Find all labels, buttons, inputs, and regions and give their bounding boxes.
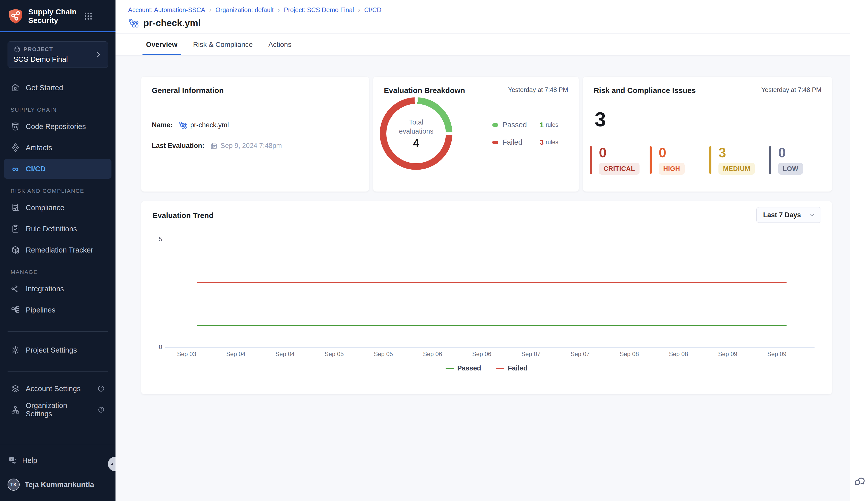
- chat-bubbles-icon[interactable]: [854, 474, 866, 487]
- severity-low: 0 LOW: [769, 146, 829, 175]
- project-cube-icon: [13, 46, 21, 53]
- sidebar-item-label: CI/CD: [26, 165, 46, 173]
- x-axis-tick-label: Sep 09: [718, 351, 738, 358]
- sidebar-item-remediation-tracker[interactable]: Remediation Tracker: [4, 240, 112, 260]
- card-title: General Information: [152, 86, 358, 95]
- compliance-doc-icon: [11, 203, 20, 212]
- sidebar-item-pipelines[interactable]: Pipelines: [4, 300, 112, 320]
- severity-medium: 3 MEDIUM: [709, 146, 769, 175]
- legend-item-passed[interactable]: Passed: [446, 364, 481, 372]
- user-menu[interactable]: TK Teja Kummarikuntla: [8, 476, 108, 493]
- severity-critical: 0 CRITICAL: [590, 146, 650, 175]
- breadcrumb-cicd[interactable]: CI/CD: [364, 6, 381, 14]
- sidebar-item-label: Compliance: [26, 204, 64, 212]
- total-issues-count: 3: [595, 109, 832, 129]
- evaluation-breakdown-card: Evaluation Breakdown Yesterday at 7:48 P…: [373, 77, 579, 192]
- breadcrumb-project[interactable]: Project: SCS Demo Final: [284, 6, 354, 14]
- gear-icon: [11, 345, 20, 355]
- breadcrumb-separator: ›: [358, 6, 360, 14]
- sidebar-item-get-started[interactable]: Get Started: [4, 78, 112, 97]
- main-area: Account: Automation-SSCA › Organization:…: [115, 0, 850, 501]
- sidebar: Supply Chain Security PROJECT SCS Demo F…: [0, 0, 115, 501]
- tab-actions[interactable]: Actions: [267, 34, 293, 55]
- trend-legend: PassedFailed: [141, 364, 832, 372]
- section-supply-chain: SUPPLY CHAIN: [11, 107, 112, 113]
- sidebar-item-project-settings[interactable]: Project Settings: [4, 340, 112, 360]
- sidebar-item-integrations[interactable]: Integrations: [4, 279, 112, 299]
- sidebar-divider: [8, 331, 108, 332]
- sidebar-item-compliance[interactable]: Compliance: [4, 198, 112, 217]
- module-grid-icon[interactable]: [83, 11, 94, 22]
- breadcrumb-separator: ›: [209, 6, 212, 14]
- section-manage: MANAGE: [11, 269, 112, 276]
- failed-dot-icon: [492, 141, 498, 144]
- calendar-icon: [210, 142, 218, 150]
- pipeline-name-value: pr-check.yml: [190, 121, 229, 129]
- x-axis-tick-label: Sep 05: [325, 351, 344, 358]
- sidebar-item-label: Integrations: [26, 285, 64, 293]
- breadcrumb-organization[interactable]: Organization: default: [215, 6, 274, 14]
- trend-plot-area: 5 0 Sep 03Sep 04Sep 04Sep 05Sep 05Sep 06…: [165, 239, 815, 348]
- card-title: Evaluation Trend: [153, 211, 213, 220]
- app-window: Supply Chain Security PROJECT SCS Demo F…: [0, 0, 868, 501]
- info-icon[interactable]: [97, 406, 105, 414]
- x-axis-tick-label: Sep 09: [767, 351, 786, 358]
- project-selector[interactable]: PROJECT SCS Demo Final: [8, 41, 108, 68]
- project-label: PROJECT: [23, 46, 53, 53]
- y-axis-max-label: 5: [152, 236, 162, 243]
- tab-bar: Overview Risk & Compliance Actions: [115, 34, 850, 55]
- help-label: Help: [22, 456, 37, 465]
- sidebar-item-artifacts[interactable]: Artifacts: [4, 138, 112, 158]
- legend-item-failed[interactable]: Failed: [496, 364, 527, 372]
- pipeline-icon: [178, 121, 187, 129]
- sidebar-item-label: Remediation Tracker: [26, 246, 93, 254]
- logo-row: Supply Chain Security: [0, 0, 115, 28]
- x-axis-tick-label: Sep 06: [423, 351, 442, 358]
- breadcrumb-separator: ›: [278, 6, 280, 14]
- sidebar-item-label: Organization Settings: [26, 402, 92, 418]
- severity-bar: [709, 146, 711, 174]
- sidebar-item-rule-definitions[interactable]: Rule Definitions: [4, 219, 112, 239]
- legend-item-failed: Failed 3 rules: [492, 138, 558, 147]
- collapse-arrow-icon: ◂: [111, 461, 113, 467]
- sidebar-item-account-settings[interactable]: Account Settings: [4, 379, 112, 398]
- evaluation-trend-card: Evaluation Trend Last 7 Days 5 0 Sep 03S…: [141, 201, 832, 394]
- breadcrumb: Account: Automation-SSCA › Organization:…: [128, 6, 837, 14]
- sidebar-item-cicd[interactable]: ∞ CI/CD: [4, 159, 112, 179]
- passed-dash-icon: [446, 368, 454, 369]
- supply-chain-security-logo-icon: [8, 8, 24, 25]
- severity-bar: [769, 146, 771, 174]
- legend-item-passed: Passed 1 rules: [492, 121, 558, 129]
- severity-badge: MEDIUM: [719, 163, 755, 175]
- risk-compliance-issues-card: Risk and Compliance Issues Yesterday at …: [583, 77, 832, 192]
- sidebar-bottom-dock: ? Help TK Teja Kummarikuntla: [0, 445, 115, 501]
- sidebar-item-code-repositories[interactable]: Code Repositories: [4, 117, 112, 136]
- page-content: General Information Name: pr-check.: [115, 55, 850, 501]
- tab-risk-compliance[interactable]: Risk & Compliance: [192, 34, 254, 55]
- help-button[interactable]: ? Help: [8, 451, 108, 469]
- card-title: Evaluation Breakdown: [384, 86, 465, 95]
- pipelines-icon: [11, 305, 20, 315]
- date-range-dropdown[interactable]: Last 7 Days: [756, 207, 822, 223]
- severity-bar: [650, 146, 652, 174]
- card-timestamp: Yesterday at 7:48 PM: [761, 86, 822, 94]
- sidebar-item-organization-settings[interactable]: Organization Settings: [4, 400, 112, 419]
- info-icon[interactable]: [97, 385, 105, 392]
- app-title: Supply Chain Security: [28, 8, 81, 25]
- severity-badge: HIGH: [659, 163, 685, 175]
- failed-dash-icon: [496, 368, 504, 369]
- sidebar-item-label: Code Repositories: [26, 122, 86, 131]
- severity-badge: LOW: [778, 163, 803, 175]
- donut-center-label: evaluations: [399, 127, 433, 136]
- user-name: Teja Kummarikuntla: [25, 481, 94, 489]
- tab-overview[interactable]: Overview: [145, 34, 179, 55]
- severity-bar: [590, 146, 592, 174]
- breadcrumb-account[interactable]: Account: Automation-SSCA: [128, 6, 205, 14]
- donut-total-value: 4: [413, 137, 419, 149]
- last-evaluation-label: Last Evaluation:: [152, 142, 205, 150]
- failed-series-line: [197, 282, 786, 283]
- section-risk-and-compliance: RISK AND COMPLIANCE: [11, 188, 112, 194]
- x-axis-tick-label: Sep 05: [374, 351, 393, 358]
- home-icon: [11, 83, 20, 93]
- layers-gear-icon: [11, 384, 20, 393]
